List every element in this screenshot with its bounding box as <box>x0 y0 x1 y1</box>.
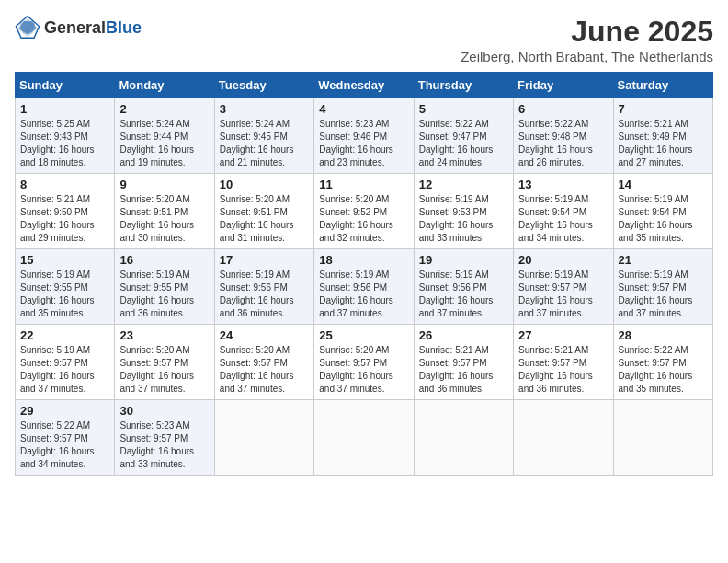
weekday-header-saturday: Saturday <box>613 73 712 98</box>
cell-info: Sunrise: 5:23 AM Sunset: 9:46 PM Dayligh… <box>319 118 408 169</box>
day-number: 29 <box>20 404 109 418</box>
weekday-header-row: SundayMondayTuesdayWednesdayThursdayFrid… <box>16 73 713 98</box>
day-number: 17 <box>220 253 309 267</box>
day-number: 15 <box>20 253 109 267</box>
calendar-day-cell: 10 Sunrise: 5:20 AM Sunset: 9:51 PM Dayl… <box>214 174 313 249</box>
day-number: 14 <box>619 178 708 191</box>
calendar-day-cell <box>314 400 414 476</box>
cell-info: Sunrise: 5:20 AM Sunset: 9:52 PM Dayligh… <box>319 193 408 245</box>
location-title: Zeilberg, North Brabant, The Netherlands <box>461 49 713 64</box>
calendar-day-cell: 4 Sunrise: 5:23 AM Sunset: 9:46 PM Dayli… <box>314 98 414 174</box>
title-area: June 2025 Zeilberg, North Brabant, The N… <box>461 15 713 64</box>
calendar-day-cell: 25 Sunrise: 5:20 AM Sunset: 9:57 PM Dayl… <box>314 325 414 400</box>
calendar-day-cell: 14 Sunrise: 5:19 AM Sunset: 9:54 PM Dayl… <box>613 174 712 249</box>
calendar-week-row: 22 Sunrise: 5:19 AM Sunset: 9:57 PM Dayl… <box>16 325 713 400</box>
cell-info: Sunrise: 5:20 AM Sunset: 9:51 PM Dayligh… <box>119 193 209 245</box>
calendar-day-cell: 11 Sunrise: 5:20 AM Sunset: 9:52 PM Dayl… <box>314 174 414 249</box>
day-number: 24 <box>220 328 309 342</box>
day-number: 3 <box>220 102 309 116</box>
cell-info: Sunrise: 5:21 AM Sunset: 9:49 PM Dayligh… <box>619 118 708 169</box>
cell-info: Sunrise: 5:25 AM Sunset: 9:43 PM Dayligh… <box>20 118 109 169</box>
calendar-day-cell: 17 Sunrise: 5:19 AM Sunset: 9:56 PM Dayl… <box>214 249 313 325</box>
cell-info: Sunrise: 5:19 AM Sunset: 9:56 PM Dayligh… <box>220 269 309 320</box>
day-number: 7 <box>619 102 708 116</box>
cell-info: Sunrise: 5:23 AM Sunset: 9:57 PM Dayligh… <box>119 419 209 471</box>
day-number: 23 <box>119 328 209 342</box>
calendar-day-cell: 3 Sunrise: 5:24 AM Sunset: 9:45 PM Dayli… <box>214 98 313 174</box>
day-number: 6 <box>518 102 608 116</box>
calendar-day-cell: 24 Sunrise: 5:20 AM Sunset: 9:57 PM Dayl… <box>214 325 313 400</box>
calendar-day-cell: 27 Sunrise: 5:21 AM Sunset: 9:57 PM Dayl… <box>514 325 613 400</box>
day-number: 5 <box>419 102 508 116</box>
calendar-day-cell: 13 Sunrise: 5:19 AM Sunset: 9:54 PM Dayl… <box>514 174 613 249</box>
calendar-week-row: 8 Sunrise: 5:21 AM Sunset: 9:50 PM Dayli… <box>16 174 713 249</box>
calendar-day-cell: 8 Sunrise: 5:21 AM Sunset: 9:50 PM Dayli… <box>16 174 115 249</box>
day-number: 11 <box>319 178 408 191</box>
day-number: 27 <box>518 328 608 342</box>
day-number: 26 <box>419 328 508 342</box>
day-number: 25 <box>319 328 408 342</box>
calendar-day-cell: 5 Sunrise: 5:22 AM Sunset: 9:47 PM Dayli… <box>414 98 513 174</box>
calendar-table: SundayMondayTuesdayWednesdayThursdayFrid… <box>15 72 713 476</box>
weekday-header-friday: Friday <box>514 73 613 98</box>
cell-info: Sunrise: 5:24 AM Sunset: 9:45 PM Dayligh… <box>220 118 309 169</box>
day-number: 8 <box>20 178 109 191</box>
day-number: 19 <box>419 253 508 267</box>
cell-info: Sunrise: 5:19 AM Sunset: 9:57 PM Dayligh… <box>20 344 109 396</box>
cell-info: Sunrise: 5:19 AM Sunset: 9:54 PM Dayligh… <box>518 193 608 245</box>
calendar-week-row: 15 Sunrise: 5:19 AM Sunset: 9:55 PM Dayl… <box>16 249 713 325</box>
page-header: GeneralBlue June 2025 Zeilberg, North Br… <box>15 15 713 64</box>
day-number: 4 <box>319 102 408 116</box>
calendar-week-row: 1 Sunrise: 5:25 AM Sunset: 9:43 PM Dayli… <box>16 98 713 174</box>
day-number: 30 <box>119 404 209 418</box>
logo-text-blue: Blue <box>106 18 142 37</box>
calendar-day-cell: 29 Sunrise: 5:22 AM Sunset: 9:57 PM Dayl… <box>16 400 115 476</box>
day-number: 2 <box>119 102 209 116</box>
calendar-day-cell <box>613 400 712 476</box>
day-number: 28 <box>619 328 708 342</box>
day-number: 10 <box>220 178 309 191</box>
calendar-day-cell: 12 Sunrise: 5:19 AM Sunset: 9:53 PM Dayl… <box>414 174 513 249</box>
calendar-day-cell: 2 Sunrise: 5:24 AM Sunset: 9:44 PM Dayli… <box>115 98 214 174</box>
calendar-day-cell: 18 Sunrise: 5:19 AM Sunset: 9:56 PM Dayl… <box>314 249 414 325</box>
cell-info: Sunrise: 5:21 AM Sunset: 9:57 PM Dayligh… <box>518 344 608 396</box>
day-number: 16 <box>119 253 209 267</box>
weekday-header-monday: Monday <box>115 73 214 98</box>
calendar-day-cell <box>214 400 313 476</box>
cell-info: Sunrise: 5:20 AM Sunset: 9:57 PM Dayligh… <box>319 344 408 396</box>
cell-info: Sunrise: 5:19 AM Sunset: 9:54 PM Dayligh… <box>619 193 708 245</box>
cell-info: Sunrise: 5:24 AM Sunset: 9:44 PM Dayligh… <box>119 118 209 169</box>
calendar-day-cell: 26 Sunrise: 5:21 AM Sunset: 9:57 PM Dayl… <box>414 325 513 400</box>
calendar-day-cell: 6 Sunrise: 5:22 AM Sunset: 9:48 PM Dayli… <box>514 98 613 174</box>
calendar-day-cell <box>514 400 613 476</box>
calendar-day-cell: 15 Sunrise: 5:19 AM Sunset: 9:55 PM Dayl… <box>16 249 115 325</box>
calendar-day-cell: 7 Sunrise: 5:21 AM Sunset: 9:49 PM Dayli… <box>613 98 712 174</box>
cell-info: Sunrise: 5:20 AM Sunset: 9:51 PM Dayligh… <box>220 193 309 245</box>
calendar-day-cell: 9 Sunrise: 5:20 AM Sunset: 9:51 PM Dayli… <box>115 174 214 249</box>
cell-info: Sunrise: 5:19 AM Sunset: 9:56 PM Dayligh… <box>419 269 508 320</box>
day-number: 21 <box>619 253 708 267</box>
cell-info: Sunrise: 5:22 AM Sunset: 9:47 PM Dayligh… <box>419 118 508 169</box>
weekday-header-wednesday: Wednesday <box>314 73 414 98</box>
calendar-day-cell: 1 Sunrise: 5:25 AM Sunset: 9:43 PM Dayli… <box>16 98 115 174</box>
day-number: 12 <box>419 178 508 191</box>
logo: GeneralBlue <box>15 15 142 40</box>
logo-text-general: General <box>44 18 106 37</box>
calendar-day-cell: 28 Sunrise: 5:22 AM Sunset: 9:57 PM Dayl… <box>613 325 712 400</box>
cell-info: Sunrise: 5:21 AM Sunset: 9:57 PM Dayligh… <box>419 344 508 396</box>
weekday-header-thursday: Thursday <box>414 73 513 98</box>
calendar-day-cell: 22 Sunrise: 5:19 AM Sunset: 9:57 PM Dayl… <box>16 325 115 400</box>
calendar-week-row: 29 Sunrise: 5:22 AM Sunset: 9:57 PM Dayl… <box>16 400 713 476</box>
logo-icon <box>15 15 40 40</box>
day-number: 9 <box>119 178 209 191</box>
cell-info: Sunrise: 5:19 AM Sunset: 9:55 PM Dayligh… <box>119 269 209 320</box>
month-title: June 2025 <box>461 15 713 49</box>
day-number: 1 <box>20 102 109 116</box>
day-number: 22 <box>20 328 109 342</box>
day-number: 13 <box>518 178 608 191</box>
calendar-day-cell <box>414 400 513 476</box>
calendar-day-cell: 20 Sunrise: 5:19 AM Sunset: 9:57 PM Dayl… <box>514 249 613 325</box>
cell-info: Sunrise: 5:19 AM Sunset: 9:56 PM Dayligh… <box>319 269 408 320</box>
cell-info: Sunrise: 5:21 AM Sunset: 9:50 PM Dayligh… <box>20 193 109 245</box>
calendar-day-cell: 19 Sunrise: 5:19 AM Sunset: 9:56 PM Dayl… <box>414 249 513 325</box>
